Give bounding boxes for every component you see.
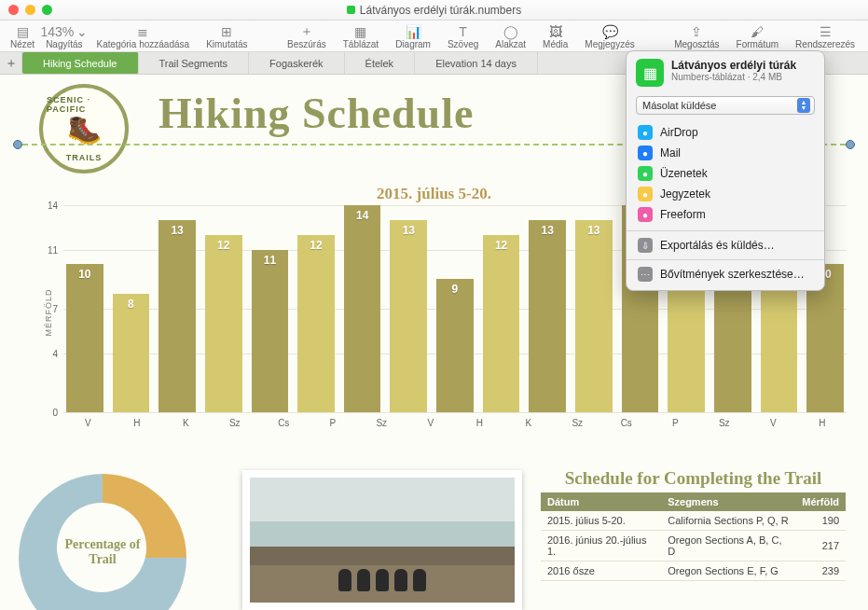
share-target-messages[interactable]: ●Üzenetek [627, 163, 824, 184]
bar-value-label: 13 [158, 224, 196, 237]
titlebar: Látványos erdélyi túrák.numbers [0, 0, 868, 21]
bar-value-label: 10 [66, 268, 103, 281]
bar-value-label: 8 [113, 298, 150, 311]
table-row[interactable]: 2016. június 20.-július 1.Oregon Section… [541, 530, 846, 561]
media-button[interactable]: 🖼 Média [535, 24, 575, 49]
table-cell[interactable]: 190 [795, 511, 846, 531]
add-category-button[interactable]: ≣ Kategória hozzáadása [90, 24, 198, 49]
chart-bar[interactable]: 12 [205, 235, 242, 412]
trail-photo[interactable] [242, 470, 522, 610]
pivot-button[interactable]: ⊞ Kimutatás [199, 24, 255, 49]
numbers-doc-icon: ▦ [636, 59, 664, 87]
freeform-icon: ● [638, 207, 653, 222]
share-target-mail[interactable]: ●Mail [627, 143, 824, 163]
bar-value-label: 12 [205, 239, 242, 252]
table-cell[interactable]: 2015. július 5-20. [541, 511, 661, 531]
table-cell[interactable]: 2016 ősze [541, 561, 661, 580]
table-cell[interactable]: Oregon Sections E, F, G [661, 561, 795, 580]
chart-bar[interactable]: 13 [529, 220, 566, 412]
table-cell[interactable]: 2016. június 20.-július 1. [541, 530, 661, 561]
share-button[interactable]: ⇪ Megosztás [667, 24, 726, 49]
hiker-icon: 🥾 [67, 113, 102, 146]
add-sheet-button[interactable]: ＋ [0, 52, 22, 74]
share-icon: ⇪ [687, 24, 706, 39]
table-cell[interactable]: California Sections P, Q, R [661, 511, 795, 531]
mail-icon: ● [638, 146, 653, 160]
y-tick: 0 [52, 408, 58, 418]
table-cell[interactable]: Oregon Sections A, B, C, D [661, 530, 795, 561]
share-target-label: Jegyzetek [660, 187, 710, 201]
view-menu[interactable]: ▤ Nézet [6, 24, 39, 49]
organize-button[interactable]: ☰ Rendszerezés [788, 24, 862, 49]
text-icon: T [454, 24, 473, 39]
schedule-table[interactable]: DátumSzegmensMérföld 2015. július 5-20.C… [541, 492, 846, 581]
insert-button[interactable]: ＋ Beszúrás [280, 24, 334, 49]
organize-icon: ☰ [816, 24, 834, 39]
guide-handle-right[interactable] [846, 140, 855, 149]
bar-value-label: 13 [390, 224, 427, 237]
chart-button[interactable]: 📊 Diagram [388, 24, 438, 49]
document-proxy-icon [347, 6, 355, 14]
schedule-header[interactable]: Dátum [541, 492, 661, 511]
schedule-header[interactable]: Mérföld [795, 492, 846, 511]
share-target-airdrop[interactable]: ●AirDrop [627, 122, 824, 143]
notes-icon: ● [638, 187, 653, 201]
chart-bar[interactable]: 13 [575, 220, 613, 412]
share-target-label: AirDrop [660, 126, 698, 139]
share-extensions-item[interactable]: ⋯ Bővítmények szerkesztése… [627, 264, 824, 284]
sheet-tab[interactable]: Trail Segments [139, 52, 250, 74]
x-tick-label: H [458, 418, 502, 438]
chart-bar[interactable]: 14 [344, 205, 381, 412]
chart-bar[interactable]: 12 [297, 235, 335, 412]
x-tick-label: Cs [262, 418, 306, 438]
share-target-notes[interactable]: ●Jegyzetek [627, 184, 824, 204]
bar-value-label: 12 [297, 239, 335, 252]
chart-icon: 📊 [404, 24, 422, 39]
table-icon: ▦ [351, 24, 370, 39]
share-mode-select[interactable]: Másolat küldése ▲▼ [636, 96, 815, 115]
chart-bar[interactable]: 11 [252, 250, 289, 412]
bar-value-label: 9 [436, 283, 474, 296]
y-tick: 14 [48, 201, 58, 211]
bar-value-label: 12 [483, 239, 520, 252]
donut-chart[interactable]: Percentage of Trail [0, 464, 233, 610]
guide-handle-left[interactable] [13, 140, 22, 149]
table-row[interactable]: 2015. július 5-20.California Sections P,… [541, 511, 846, 531]
table-cell[interactable]: 217 [795, 530, 846, 561]
chart-bar[interactable]: 10 [66, 264, 103, 412]
trail-logo: SCENIC · PACIFIC 🥾 TRAILS [39, 84, 129, 173]
sheet-tab[interactable]: Ételek [345, 52, 416, 74]
zoom-label: Nagyítás [46, 39, 82, 49]
toolbar: ▤ Nézet 143%⌄ Nagyítás ≣ Kategória hozzá… [0, 21, 868, 52]
media-icon: 🖼 [546, 24, 565, 39]
table-button[interactable]: ▦ Táblázat [336, 24, 386, 49]
x-tick-label: P [311, 418, 355, 438]
schedule-header[interactable]: Szegmens [661, 492, 795, 511]
select-stepper-icon: ▲▼ [797, 98, 810, 113]
share-target-freeform[interactable]: ●Freeform [627, 204, 824, 225]
comment-icon: 💬 [600, 24, 619, 39]
share-target-label: Freeform [660, 208, 706, 221]
x-tick-label: Sz [360, 418, 404, 438]
table-row[interactable]: 2016 őszeOregon Sections E, F, G239 [541, 561, 846, 580]
chart-bar[interactable]: 9 [436, 279, 474, 412]
window-title: Látványos erdélyi túrák.numbers [360, 4, 521, 17]
sheet-tab[interactable]: Elevation 14 days [415, 52, 538, 74]
chart-bar[interactable]: 13 [390, 220, 427, 412]
zoom-menu[interactable]: 143%⌄ Nagyítás [41, 24, 87, 49]
share-export-item[interactable]: ⇩ Exportálás és küldés… [627, 235, 824, 256]
chevron-down-icon: ⌄ [76, 24, 88, 39]
chart-bar[interactable]: 13 [158, 220, 196, 412]
insert-icon: ＋ [297, 24, 316, 39]
comment-button[interactable]: 💬 Megjegyzés [577, 24, 641, 49]
sheet-tab[interactable]: Fogaskerék [249, 52, 344, 74]
shape-button[interactable]: ◯ Alakzat [488, 24, 533, 49]
table-cell[interactable]: 239 [795, 561, 846, 580]
chart-bar[interactable]: 12 [483, 235, 520, 412]
text-button[interactable]: T Szöveg [440, 24, 486, 49]
sheet-tab[interactable]: Hiking Schedule [22, 52, 139, 74]
x-tick-label: Cs [605, 418, 649, 438]
share-target-label: Üzenetek [660, 167, 708, 180]
chart-bar[interactable]: 8 [113, 294, 150, 412]
share-file-title: Látványos erdélyi túrák [671, 59, 796, 72]
